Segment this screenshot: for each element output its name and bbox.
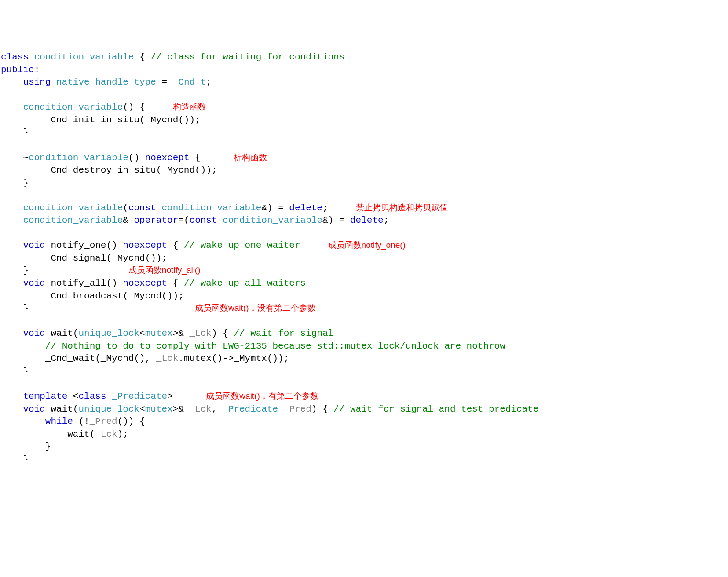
type-alias: native_handle_type: [51, 77, 156, 87]
kw-using: using: [1, 77, 51, 87]
fn-wait: wait(: [45, 328, 79, 338]
param-lck: _Lck: [190, 328, 212, 338]
ctor-body: _Cnd_init_in_situ(_Mycnd());: [1, 115, 201, 125]
eq: =: [156, 77, 173, 87]
brace: {: [167, 240, 184, 250]
kw-delete: delete: [350, 215, 384, 225]
kw-noexcept: noexcept: [123, 240, 167, 250]
wait-body: _Cnd_wait(_Mycnd(),: [1, 353, 156, 364]
lt: <: [139, 404, 145, 414]
indent: ~: [1, 153, 29, 163]
notify-all-body: _Cnd_broadcast(_Mycnd());: [1, 291, 184, 301]
fn-notify-one: notify_one(): [45, 240, 123, 250]
lt: <: [67, 391, 78, 401]
gt: >&: [173, 404, 190, 414]
semi: ;: [322, 203, 356, 213]
annotation-notify-all: 成员函数notify_all(): [128, 265, 201, 275]
comment: // wait for signal: [234, 328, 333, 338]
pad: [29, 265, 128, 276]
brace: {: [167, 278, 184, 288]
comment: // class for waiting for conditions: [150, 52, 344, 62]
close-brace: }: [1, 178, 29, 188]
after: &) =: [261, 203, 289, 213]
indent: [1, 328, 23, 338]
kw-noexcept: noexcept: [145, 153, 190, 163]
kw-public: public: [1, 65, 34, 75]
brace: {: [134, 52, 150, 62]
copy-ctor: condition_variable: [23, 203, 123, 213]
indent: [1, 416, 45, 426]
code-block: class condition_variable { // class for …: [1, 51, 727, 466]
close-brace: }: [1, 366, 29, 376]
annotation-wait-2: 成员函数wait()，有第二个参数: [206, 391, 318, 401]
lt: <: [139, 328, 145, 338]
param-type: condition_variable: [223, 215, 322, 225]
param-lck: _Lck: [156, 353, 178, 364]
sp: [217, 215, 223, 225]
type-mutex: mutex: [145, 328, 173, 338]
close-brace: }: [1, 127, 29, 137]
semi: ;: [206, 77, 212, 87]
annotation-dtor: 析构函数: [234, 153, 267, 162]
close-brace: }: [1, 441, 51, 452]
indent: [1, 391, 23, 401]
pad: [29, 303, 195, 313]
kw-void: void: [23, 240, 45, 250]
gt: >: [167, 391, 206, 401]
type-unique-lock: unique_lock: [78, 404, 139, 414]
indent: [1, 404, 23, 414]
kw-delete: delete: [289, 203, 322, 213]
fn-wait-pred: wait(: [45, 404, 79, 414]
annotation-notify-one: 成员函数notify_one(): [328, 240, 406, 250]
pad: [300, 240, 328, 250]
amp: &: [123, 215, 134, 225]
type-predicate: _Predicate: [223, 404, 278, 414]
sp: [156, 203, 162, 213]
after: ()) {: [117, 416, 145, 426]
type-unique-lock: unique_lock: [78, 328, 139, 338]
kw-operator: operator: [134, 215, 178, 225]
paren: (: [123, 203, 128, 213]
kw-while: while: [45, 416, 73, 426]
indent: [1, 341, 45, 351]
comment: // wake up all waiters: [184, 278, 306, 288]
brace: ) {: [311, 404, 333, 414]
dtor-name: condition_variable: [29, 153, 128, 163]
wait-body-after: .mutex()->_Mymtx());: [178, 353, 289, 364]
cond: (!: [73, 416, 90, 426]
ctor-name: condition_variable: [23, 102, 123, 112]
comma: ,: [212, 404, 223, 414]
close-brace: }: [1, 454, 29, 464]
dtor-body: _Cnd_destroy_in_situ(_Mycnd());: [1, 165, 217, 175]
annotation-wait-1: 成员函数wait()，没有第二个参数: [195, 303, 315, 312]
comment-lwg: // Nothing to do to comply with LWG-2135…: [45, 341, 505, 351]
kw-template: template: [23, 391, 67, 401]
close-brace: }: [1, 265, 29, 276]
annotation-nocopy: 禁止拷贝构造和拷贝赋值: [356, 203, 448, 212]
annotation-ctor: 构造函数: [173, 102, 206, 111]
fn-notify-all: notify_all(): [45, 278, 123, 288]
kw-class: class: [1, 52, 29, 62]
kw-const: const: [190, 215, 217, 225]
comment: // wake up one waiter: [184, 240, 300, 250]
param-pred: _Pred: [90, 416, 117, 426]
ctor-parens: () {: [123, 102, 172, 112]
after: );: [117, 429, 128, 439]
kw-void: void: [23, 328, 45, 338]
semi: ;: [384, 215, 389, 225]
notify-one-body: _Cnd_signal(_Mycnd());: [1, 253, 167, 263]
brace: {: [190, 153, 234, 163]
dtor-parens: (): [128, 153, 145, 163]
indent: [1, 203, 23, 213]
param-type: condition_variable: [162, 203, 262, 213]
kw-void: void: [23, 404, 45, 414]
kw-class: class: [78, 391, 106, 401]
kw-const: const: [128, 203, 156, 213]
param-lck: _Lck: [190, 404, 212, 414]
sp: [278, 404, 284, 414]
type-mutex: mutex: [145, 404, 173, 414]
type-predicate: _Predicate: [112, 391, 167, 401]
indent: [1, 240, 23, 250]
indent: [1, 278, 23, 288]
comment: // wait for signal and test predicate: [333, 404, 538, 414]
